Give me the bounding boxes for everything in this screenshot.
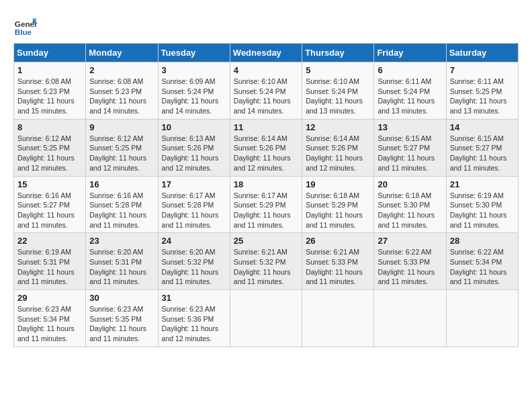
calendar-cell [302,290,374,347]
day-info: Sunrise: 6:21 AM Sunset: 5:33 PM Dayligh… [306,247,370,287]
day-number: 8 [17,122,82,132]
day-info: Sunrise: 6:19 AM Sunset: 5:30 PM Dayligh… [450,191,515,230]
calendar-cell: 10Sunrise: 6:13 AM Sunset: 5:26 PM Dayli… [158,119,230,176]
column-header-monday: Monday [86,44,158,62]
day-info: Sunrise: 6:22 AM Sunset: 5:34 PM Dayligh… [450,247,515,287]
logo-icon: General Blue [13,13,38,38]
day-info: Sunrise: 6:08 AM Sunset: 5:23 PM Dayligh… [89,77,154,116]
calendar-cell: 24Sunrise: 6:20 AM Sunset: 5:32 PM Dayli… [158,233,230,290]
calendar-cell: 26Sunrise: 6:21 AM Sunset: 5:33 PM Dayli… [302,233,374,290]
calendar-cell: 22Sunrise: 6:19 AM Sunset: 5:31 PM Dayli… [14,233,86,290]
calendar-cell: 13Sunrise: 6:15 AM Sunset: 5:27 PM Dayli… [374,119,446,176]
day-info: Sunrise: 6:10 AM Sunset: 5:24 PM Dayligh… [234,77,298,116]
day-info: Sunrise: 6:23 AM Sunset: 5:36 PM Dayligh… [162,304,226,344]
calendar-cell [446,290,518,347]
day-number: 24 [162,236,226,246]
day-info: Sunrise: 6:12 AM Sunset: 5:25 PM Dayligh… [89,134,154,173]
calendar-cell: 21Sunrise: 6:19 AM Sunset: 5:30 PM Dayli… [446,176,518,233]
column-header-wednesday: Wednesday [230,44,302,62]
day-number: 30 [89,293,154,303]
calendar-cell: 23Sunrise: 6:20 AM Sunset: 5:31 PM Dayli… [86,233,158,290]
day-info: Sunrise: 6:15 AM Sunset: 5:27 PM Dayligh… [378,134,442,173]
calendar-table: SundayMondayTuesdayWednesdayThursdayFrid… [13,43,519,347]
day-info: Sunrise: 6:23 AM Sunset: 5:34 PM Dayligh… [17,304,82,344]
column-header-tuesday: Tuesday [158,44,230,62]
day-info: Sunrise: 6:21 AM Sunset: 5:32 PM Dayligh… [234,247,298,287]
day-info: Sunrise: 6:20 AM Sunset: 5:31 PM Dayligh… [89,247,154,287]
svg-text:Blue: Blue [15,28,32,36]
calendar-cell: 4Sunrise: 6:10 AM Sunset: 5:24 PM Daylig… [230,62,302,120]
calendar-cell: 27Sunrise: 6:22 AM Sunset: 5:33 PM Dayli… [374,233,446,290]
calendar-cell: 30Sunrise: 6:23 AM Sunset: 5:35 PM Dayli… [86,290,158,347]
calendar-cell: 3Sunrise: 6:09 AM Sunset: 5:24 PM Daylig… [158,62,230,120]
calendar-cell: 2Sunrise: 6:08 AM Sunset: 5:23 PM Daylig… [86,62,158,120]
calendar-cell: 7Sunrise: 6:11 AM Sunset: 5:25 PM Daylig… [446,62,518,120]
day-number: 7 [450,65,515,75]
day-number: 25 [234,236,298,246]
calendar-cell: 15Sunrise: 6:16 AM Sunset: 5:27 PM Dayli… [14,176,86,233]
column-header-thursday: Thursday [302,44,374,62]
day-info: Sunrise: 6:17 AM Sunset: 5:29 PM Dayligh… [234,191,298,230]
calendar-week-row: 15Sunrise: 6:16 AM Sunset: 5:27 PM Dayli… [14,176,519,233]
column-header-sunday: Sunday [14,44,86,62]
day-info: Sunrise: 6:23 AM Sunset: 5:35 PM Dayligh… [89,304,154,344]
calendar-cell [230,290,302,347]
day-info: Sunrise: 6:18 AM Sunset: 5:29 PM Dayligh… [306,191,370,230]
day-info: Sunrise: 6:11 AM Sunset: 5:25 PM Dayligh… [450,77,515,116]
day-number: 23 [89,236,154,246]
calendar-week-row: 29Sunrise: 6:23 AM Sunset: 5:34 PM Dayli… [14,290,519,347]
day-number: 15 [17,179,82,189]
day-info: Sunrise: 6:09 AM Sunset: 5:24 PM Dayligh… [162,77,226,116]
day-number: 13 [378,122,442,132]
calendar-cell: 11Sunrise: 6:14 AM Sunset: 5:26 PM Dayli… [230,119,302,176]
day-info: Sunrise: 6:11 AM Sunset: 5:24 PM Dayligh… [378,77,442,116]
day-info: Sunrise: 6:16 AM Sunset: 5:28 PM Dayligh… [89,191,154,230]
day-number: 18 [234,179,298,189]
column-header-friday: Friday [374,44,446,62]
calendar-cell: 5Sunrise: 6:10 AM Sunset: 5:24 PM Daylig… [302,62,374,120]
day-number: 10 [162,122,226,132]
day-number: 1 [17,65,82,75]
calendar-cell: 25Sunrise: 6:21 AM Sunset: 5:32 PM Dayli… [230,233,302,290]
day-number: 26 [306,236,370,246]
calendar-cell: 9Sunrise: 6:12 AM Sunset: 5:25 PM Daylig… [86,119,158,176]
day-number: 12 [306,122,370,132]
day-number: 16 [89,179,154,189]
day-info: Sunrise: 6:19 AM Sunset: 5:31 PM Dayligh… [17,247,82,287]
day-number: 22 [17,236,82,246]
calendar-cell: 12Sunrise: 6:14 AM Sunset: 5:26 PM Dayli… [302,119,374,176]
day-number: 5 [306,65,370,75]
calendar-cell: 17Sunrise: 6:17 AM Sunset: 5:28 PM Dayli… [158,176,230,233]
day-info: Sunrise: 6:12 AM Sunset: 5:25 PM Dayligh… [17,134,82,173]
day-number: 4 [234,65,298,75]
logo: General Blue [13,13,38,38]
calendar-cell: 1Sunrise: 6:08 AM Sunset: 5:23 PM Daylig… [14,62,86,120]
day-info: Sunrise: 6:08 AM Sunset: 5:23 PM Dayligh… [17,77,82,116]
day-number: 3 [162,65,226,75]
calendar-week-row: 1Sunrise: 6:08 AM Sunset: 5:23 PM Daylig… [14,62,519,120]
calendar-cell [374,290,446,347]
day-info: Sunrise: 6:16 AM Sunset: 5:27 PM Dayligh… [17,191,82,230]
day-info: Sunrise: 6:18 AM Sunset: 5:30 PM Dayligh… [378,191,442,230]
calendar-cell: 29Sunrise: 6:23 AM Sunset: 5:34 PM Dayli… [14,290,86,347]
day-number: 28 [450,236,515,246]
calendar-cell: 16Sunrise: 6:16 AM Sunset: 5:28 PM Dayli… [86,176,158,233]
day-number: 21 [450,179,515,189]
day-info: Sunrise: 6:20 AM Sunset: 5:32 PM Dayligh… [162,247,226,287]
calendar-cell: 31Sunrise: 6:23 AM Sunset: 5:36 PM Dayli… [158,290,230,347]
calendar-cell: 20Sunrise: 6:18 AM Sunset: 5:30 PM Dayli… [374,176,446,233]
day-number: 27 [378,236,442,246]
day-info: Sunrise: 6:13 AM Sunset: 5:26 PM Dayligh… [162,134,226,173]
column-header-saturday: Saturday [446,44,518,62]
day-number: 17 [162,179,226,189]
calendar-week-row: 8Sunrise: 6:12 AM Sunset: 5:25 PM Daylig… [14,119,519,176]
calendar-cell: 19Sunrise: 6:18 AM Sunset: 5:29 PM Dayli… [302,176,374,233]
calendar-cell: 28Sunrise: 6:22 AM Sunset: 5:34 PM Dayli… [446,233,518,290]
calendar-cell: 8Sunrise: 6:12 AM Sunset: 5:25 PM Daylig… [14,119,86,176]
day-number: 31 [162,293,226,303]
day-info: Sunrise: 6:14 AM Sunset: 5:26 PM Dayligh… [234,134,298,173]
calendar-cell: 14Sunrise: 6:15 AM Sunset: 5:27 PM Dayli… [446,119,518,176]
day-number: 9 [89,122,154,132]
day-number: 19 [306,179,370,189]
day-info: Sunrise: 6:15 AM Sunset: 5:27 PM Dayligh… [450,134,515,173]
